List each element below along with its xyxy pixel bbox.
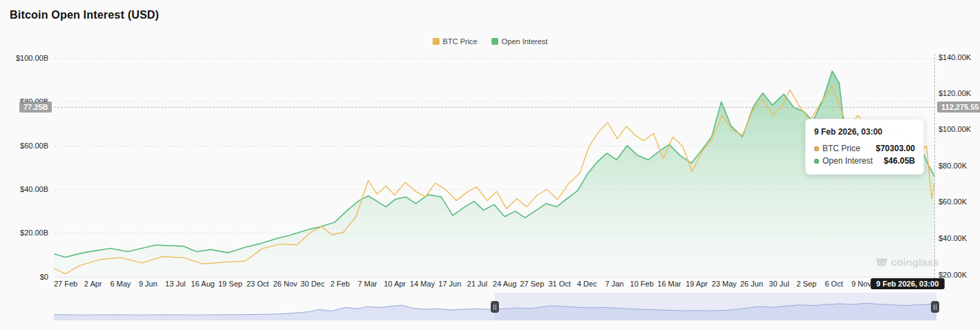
legend-item-label: BTC Price xyxy=(443,37,478,46)
x-axis-tick-label: 13 Jul xyxy=(165,280,185,288)
left-axis-tick-label: $60.00B xyxy=(0,142,48,150)
legend-item-open-interest[interactable]: Open Interest xyxy=(491,37,548,46)
x-axis-tick-label: 30 Dec xyxy=(301,280,325,288)
tooltip-row-open-interest: Open Interest$46.05B xyxy=(814,156,915,166)
x-axis-tick-label: 16 Mar xyxy=(657,280,681,288)
x-axis-tick-label: 31 Oct xyxy=(548,280,570,288)
x-axis-tick-label: 23 Oct xyxy=(247,280,269,288)
main-chart-plot-area[interactable] xyxy=(54,57,934,277)
legend-swatch-icon xyxy=(491,38,498,45)
left-axis-tick-label: $20.00B xyxy=(0,229,48,237)
x-axis-tick-label: 27 Feb xyxy=(54,280,77,288)
x-axis-tick-label: 26 Nov xyxy=(273,280,297,288)
x-axis-tick-label: 9 Nov xyxy=(851,280,871,288)
left-axis-tick-label: $100.00B xyxy=(0,54,48,62)
tooltip-row-btc-price: BTC Price$70303.00 xyxy=(814,144,915,153)
crosshair-horizontal-line xyxy=(54,107,934,108)
x-axis-tick-label: 30 Jul xyxy=(769,280,789,288)
legend-item-btc-price[interactable]: BTC Price xyxy=(433,37,478,46)
page-title: Bitcoin Open Interest (USD) xyxy=(10,9,159,21)
x-axis-cursor-badge: 9 Feb 2026, 03:00 xyxy=(871,278,945,289)
x-axis-tick-label: 17 Jun xyxy=(438,280,461,288)
right-axis-tick-label: $40.00K xyxy=(939,234,967,242)
chart-tooltip: 9 Feb 2026, 03:00 BTC Price$70303.00Open… xyxy=(805,119,924,175)
legend-swatch-icon xyxy=(433,38,440,45)
x-axis-tick-label: 7 Jan xyxy=(605,280,624,288)
x-axis-tick-label: 6 May xyxy=(110,280,131,288)
x-axis-tick-label: 21 Jul xyxy=(467,280,487,288)
right-axis-tick-label: $60.00K xyxy=(939,197,967,206)
x-axis-tick-label: 23 May xyxy=(712,280,737,288)
bitcoin-open-interest-page: { "title": "Bitcoin Open Interest (USD)"… xyxy=(0,0,980,330)
x-axis-tick-label: 2 Apr xyxy=(84,280,102,288)
x-axis-tick-label: 26 Jun xyxy=(740,280,763,288)
left-axis-tick-label: $0 xyxy=(0,273,48,281)
tooltip-timestamp: 9 Feb 2026, 03:00 xyxy=(814,127,915,137)
x-axis-tick-label: 2 Feb xyxy=(330,280,350,288)
x-axis-tick-label: 2 Sep xyxy=(797,280,817,288)
right-axis-tick-label: $80.00K xyxy=(939,162,967,170)
navigator-right-handle[interactable] xyxy=(931,301,939,313)
right-axis-tick-label: $100.00K xyxy=(939,125,971,133)
x-axis-tick-label: 10 Feb xyxy=(630,280,654,288)
right-axis-cursor-badge: 112,275.55 xyxy=(937,101,980,113)
chart-legend: BTC PriceOpen Interest xyxy=(0,37,980,46)
x-axis-baseline xyxy=(54,277,936,278)
x-axis-tick-label: 4 Dec xyxy=(577,280,597,288)
tooltip-series-value: $46.05B xyxy=(884,156,915,166)
tooltip-series-label: BTC Price xyxy=(822,144,876,153)
x-axis-tick-label: 10 Apr xyxy=(384,280,406,288)
left-axis-cursor-badge: 77.25B xyxy=(19,101,52,113)
right-axis-tick-label: $140.00K xyxy=(939,53,971,61)
crosshair-vertical-line xyxy=(934,54,935,278)
tooltip-series-label: Open Interest xyxy=(822,156,884,166)
right-axis-tick-label: $120.00K xyxy=(939,89,971,97)
x-axis-tick-label: 7 Mar xyxy=(358,280,377,288)
legend-item-label: Open Interest xyxy=(502,37,548,46)
x-axis: 27 Feb2 Apr6 May9 Jun13 Jul16 Aug19 Sep2… xyxy=(54,280,934,290)
navigator-left-handle[interactable] xyxy=(491,301,499,313)
x-axis-tick-label: 16 Aug xyxy=(191,280,214,288)
x-axis-tick-label: 19 Apr xyxy=(686,280,708,288)
x-axis-tick-label: 19 Sep xyxy=(218,280,243,288)
left-axis-tick-label: $40.00B xyxy=(0,185,48,193)
x-axis-tick-label: 27 Sep xyxy=(520,280,544,288)
tooltip-series-dot-icon xyxy=(814,146,819,151)
x-axis-tick-label: 9 Jun xyxy=(139,280,158,288)
tooltip-series-value: $70303.00 xyxy=(876,144,915,153)
x-axis-tick-label: 24 Aug xyxy=(493,280,516,288)
open-interest-area xyxy=(54,71,934,277)
x-axis-tick-label: 14 May xyxy=(410,280,435,288)
tooltip-series-dot-icon xyxy=(814,159,819,164)
x-axis-tick-label: 6 Oct xyxy=(824,280,842,288)
